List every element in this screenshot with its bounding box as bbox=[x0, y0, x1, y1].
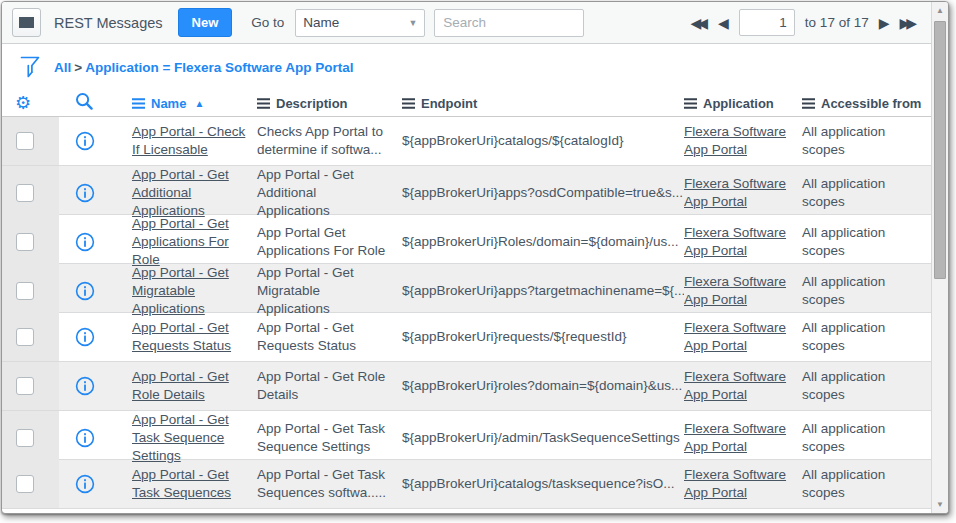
previous-page-button[interactable]: ◀ bbox=[718, 16, 729, 30]
record-preview-info-icon[interactable] bbox=[75, 474, 95, 494]
breadcrumb-all-link[interactable]: All bbox=[54, 60, 71, 75]
row-checkbox[interactable] bbox=[16, 328, 34, 346]
breadcrumb-filter-link[interactable]: Application = Flexera Software App Porta… bbox=[85, 60, 353, 75]
list-controls-menu-button[interactable] bbox=[12, 8, 41, 37]
next-page-button[interactable]: ▶ bbox=[879, 16, 890, 30]
record-name-link[interactable]: App Portal - Get Migratable Applications bbox=[132, 265, 229, 316]
list-content: REST Messages New Go to Name ▼ ◀◀ ◀ to 1… bbox=[2, 2, 931, 513]
table-row: App Portal - Get Task Sequence Settings … bbox=[2, 411, 931, 460]
record-preview-info-icon[interactable] bbox=[75, 327, 95, 347]
record-name-link[interactable]: App Portal - Get Additional Applications bbox=[132, 167, 229, 218]
record-accessible-from: All application scopes bbox=[802, 466, 931, 502]
pagination: ◀◀ ◀ to 17 of 17 ▶ ▶▶ bbox=[691, 9, 921, 36]
row-checkbox[interactable] bbox=[16, 132, 34, 150]
column-header-name[interactable]: Name ▲ bbox=[132, 96, 257, 111]
row-checkbox[interactable] bbox=[16, 377, 34, 395]
row-checkbox[interactable] bbox=[16, 233, 34, 251]
record-endpoint: ${appBrokerUri}catalogs/tasksequence?isO… bbox=[402, 475, 684, 493]
record-application-link[interactable]: Flexera Software App Portal bbox=[684, 467, 786, 500]
record-endpoint: ${appBrokerUri}catalogs/${catalogId} bbox=[402, 132, 684, 150]
record-name-link[interactable]: App Portal - Get Role Details bbox=[132, 369, 229, 402]
last-page-button[interactable]: ▶▶ bbox=[899, 16, 917, 30]
first-page-button[interactable]: ◀◀ bbox=[691, 16, 709, 30]
record-accessible-from: All application scopes bbox=[802, 273, 931, 309]
hamburger-menu-icon bbox=[19, 17, 34, 28]
row-checkbox-cell bbox=[2, 215, 59, 268]
record-preview-info-icon[interactable] bbox=[75, 183, 95, 203]
table-header-row: ⚙ Name ▲ bbox=[2, 90, 931, 117]
search-input[interactable] bbox=[434, 9, 584, 37]
column-menu-icon[interactable] bbox=[802, 98, 815, 109]
record-application-link[interactable]: Flexera Software App Portal bbox=[684, 369, 786, 402]
column-header-description[interactable]: Description bbox=[257, 96, 402, 111]
goto-field-value: Name bbox=[303, 15, 339, 30]
table-row: App Portal - Get Requests Status App Por… bbox=[2, 313, 931, 362]
record-accessible-from: All application scopes bbox=[802, 420, 931, 456]
screen: REST Messages New Go to Name ▼ ◀◀ ◀ to 1… bbox=[0, 0, 956, 523]
table-body: App Portal - Check If Licensable Checks … bbox=[2, 117, 931, 509]
vertical-scrollbar[interactable]: ▲ ▼ bbox=[931, 2, 948, 513]
record-name-link[interactable]: App Portal - Get Applications For Role bbox=[132, 216, 229, 267]
scrollbar-thumb[interactable] bbox=[934, 21, 946, 279]
current-page-input[interactable] bbox=[739, 9, 795, 36]
record-application-link[interactable]: Flexera Software App Portal bbox=[684, 124, 786, 157]
column-header-accessible-from[interactable]: Accessible from bbox=[802, 96, 931, 111]
column-header-application[interactable]: Application bbox=[684, 96, 802, 111]
row-checkbox-cell bbox=[2, 362, 59, 410]
column-header-endpoint[interactable]: Endpoint bbox=[402, 96, 684, 111]
chevron-down-icon: ▼ bbox=[408, 18, 417, 28]
new-record-button[interactable]: New bbox=[178, 8, 233, 37]
record-application-link[interactable]: Flexera Software App Portal bbox=[684, 274, 786, 307]
record-application-link[interactable]: Flexera Software App Portal bbox=[684, 176, 786, 209]
record-endpoint: ${appBrokerUri}requests/${requestId} bbox=[402, 328, 684, 346]
column-menu-icon[interactable] bbox=[257, 98, 270, 109]
goto-field-select[interactable]: Name ▼ bbox=[295, 9, 425, 37]
column-menu-icon[interactable] bbox=[684, 98, 697, 109]
table-row: App Portal - Check If Licensable Checks … bbox=[2, 117, 931, 166]
record-endpoint: ${appBrokerUri}Roles/domain=${domain}/us… bbox=[402, 233, 684, 251]
record-description: App Portal - Get Role Details bbox=[257, 368, 402, 404]
record-accessible-from: All application scopes bbox=[802, 319, 931, 355]
record-endpoint: ${appBrokerUri}apps?targetmachinename=${… bbox=[402, 282, 684, 300]
record-accessible-from: All application scopes bbox=[802, 224, 931, 260]
row-checkbox-cell bbox=[2, 313, 59, 361]
record-preview-info-icon[interactable] bbox=[75, 376, 95, 396]
record-application-link[interactable]: Flexera Software App Portal bbox=[684, 320, 786, 353]
record-name-link[interactable]: App Portal - Get Task Sequence Settings bbox=[132, 412, 229, 463]
filter-funnel-icon[interactable] bbox=[20, 56, 40, 79]
personalize-list-gear-icon[interactable]: ⚙ bbox=[15, 94, 31, 112]
table-row: App Portal - Get Additional Applications… bbox=[2, 166, 931, 215]
scroll-up-icon[interactable]: ▲ bbox=[932, 6, 948, 15]
record-name-link[interactable]: App Portal - Get Task Sequences bbox=[132, 467, 231, 500]
record-application-link[interactable]: Flexera Software App Portal bbox=[684, 421, 786, 454]
row-checkbox-cell bbox=[2, 117, 59, 165]
table-row: App Portal - Get Task Sequences App Port… bbox=[2, 460, 931, 509]
record-preview-info-icon[interactable] bbox=[75, 131, 95, 151]
table-row: App Portal - Get Migratable Applications… bbox=[2, 264, 931, 313]
row-checkbox-cell bbox=[2, 460, 59, 508]
record-preview-info-icon[interactable] bbox=[75, 428, 95, 448]
record-description: App Portal - Get Migratable Applications bbox=[257, 264, 402, 317]
list-title: REST Messages bbox=[54, 15, 163, 31]
scroll-down-icon[interactable]: ▼ bbox=[932, 500, 948, 509]
table-row: App Portal - Get Role Details App Portal… bbox=[2, 362, 931, 411]
list-search-icon[interactable] bbox=[75, 92, 94, 115]
record-name-link[interactable]: App Portal - Check If Licensable bbox=[132, 124, 245, 157]
row-checkbox[interactable] bbox=[16, 475, 34, 493]
record-description: App Portal - Get Additional Applications bbox=[257, 166, 402, 219]
record-description: App Portal - Get Task Sequence Settings bbox=[257, 420, 402, 456]
record-name-link[interactable]: App Portal - Get Requests Status bbox=[132, 320, 231, 353]
breadcrumb: All>Application = Flexera Software App P… bbox=[54, 60, 354, 75]
record-preview-info-icon[interactable] bbox=[75, 281, 95, 301]
row-checkbox[interactable] bbox=[16, 184, 34, 202]
record-endpoint: ${appBrokerUri}/admin/TaskSequenceSettin… bbox=[402, 429, 684, 447]
row-checkbox[interactable] bbox=[16, 282, 34, 300]
column-menu-icon[interactable] bbox=[402, 98, 415, 109]
record-application-link[interactable]: Flexera Software App Portal bbox=[684, 225, 786, 258]
sort-ascending-icon: ▲ bbox=[194, 98, 204, 109]
row-checkbox[interactable] bbox=[16, 429, 34, 447]
breadcrumb-row: All>Application = Flexera Software App P… bbox=[2, 44, 931, 90]
column-menu-icon[interactable] bbox=[132, 98, 145, 109]
record-preview-info-icon[interactable] bbox=[75, 232, 95, 252]
record-accessible-from: All application scopes bbox=[802, 368, 931, 404]
